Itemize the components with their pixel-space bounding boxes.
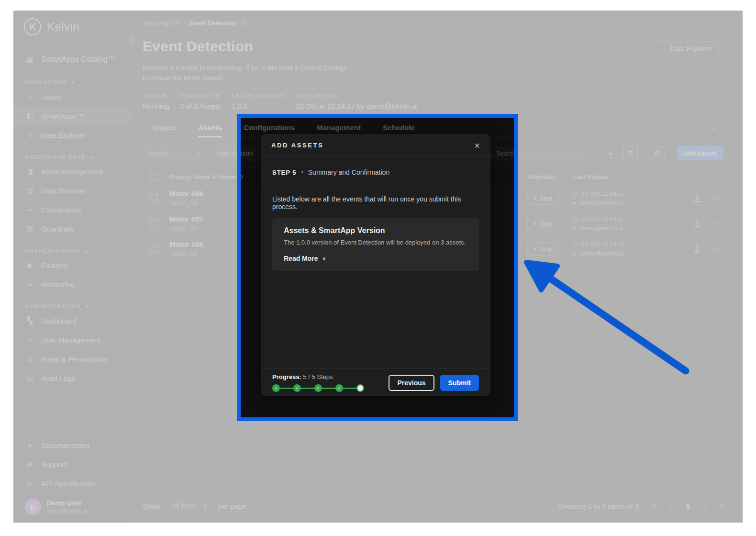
dim-overlay-left (13, 114, 237, 421)
dim-overlay-right (518, 114, 743, 421)
dim-overlay-bottom (13, 421, 743, 523)
dim-overlay-top (13, 11, 743, 114)
highlight-box (237, 114, 518, 421)
page: K Kelvin ▦ SmartApps Catalog™ OPERATIONS… (0, 0, 756, 536)
